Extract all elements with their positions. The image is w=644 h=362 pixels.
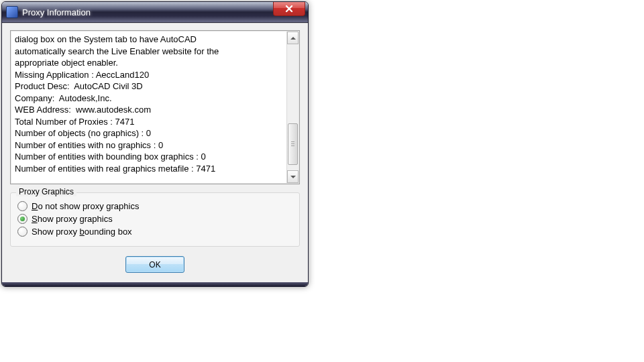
close-icon [285, 5, 293, 13]
group-legend: Proxy Graphics [16, 187, 76, 196]
scroll-track[interactable] [287, 44, 299, 170]
info-line: Number of entities with bounding box gra… [15, 151, 284, 163]
info-line: appropriate object enabler. [15, 57, 284, 69]
chevron-up-icon [290, 36, 296, 41]
window-title: Proxy Information [22, 7, 91, 17]
info-line: automatically search the Live Enabler we… [15, 46, 284, 58]
radio-bounding-box[interactable]: Show proxy bounding box [17, 227, 292, 237]
ok-button[interactable]: OK [125, 256, 184, 273]
app-icon [6, 6, 18, 18]
window-border-bottom [2, 282, 308, 286]
info-line: Number of objects (no graphics) : 0 [15, 127, 284, 139]
info-line: dialog box on the System tab to have Aut… [15, 34, 284, 46]
radio-do-not-show[interactable]: Do not show proxy graphics [17, 201, 292, 211]
radio-icon [17, 214, 28, 224]
close-button[interactable] [273, 2, 305, 16]
proxy-graphics-group: Proxy Graphics Do not show proxy graphic… [10, 192, 300, 247]
info-line: Number of entities with real graphics me… [15, 163, 284, 175]
radio-icon [17, 227, 28, 237]
info-textbox[interactable]: dialog box on the System tab to have Aut… [10, 30, 300, 184]
vertical-scrollbar[interactable] [286, 32, 299, 183]
info-line: Company: Autodesk,Inc. [15, 93, 284, 105]
chevron-down-icon [290, 174, 296, 180]
scroll-thumb[interactable] [288, 123, 298, 165]
radio-icon [17, 201, 28, 211]
info-line: Missing Application : AeccLand120 [15, 69, 284, 81]
radio-show-graphics[interactable]: Show proxy graphics [17, 214, 292, 224]
scroll-down-button[interactable] [287, 170, 299, 183]
titlebar[interactable]: Proxy Information [2, 2, 308, 23]
info-line: Product Desc: AutoCAD Civil 3D [15, 80, 284, 93]
radio-label: Show proxy bounding box [32, 227, 132, 237]
radio-label: Do not show proxy graphics [32, 201, 139, 211]
client-area: dialog box on the System tab to have Aut… [2, 23, 308, 282]
radio-label: Show proxy graphics [32, 214, 113, 224]
info-line: WEB Address: www.autodesk.com [15, 104, 284, 116]
info-line: Total Number of Proxies : 7471 [15, 116, 284, 128]
scroll-up-button[interactable] [287, 32, 299, 44]
dialog-window: Proxy Information dialog box on the Syst… [1, 1, 309, 287]
ok-button-label: OK [149, 260, 160, 269]
button-row: OK [10, 256, 300, 273]
info-line: Number of entities with no graphics : 0 [15, 139, 284, 152]
